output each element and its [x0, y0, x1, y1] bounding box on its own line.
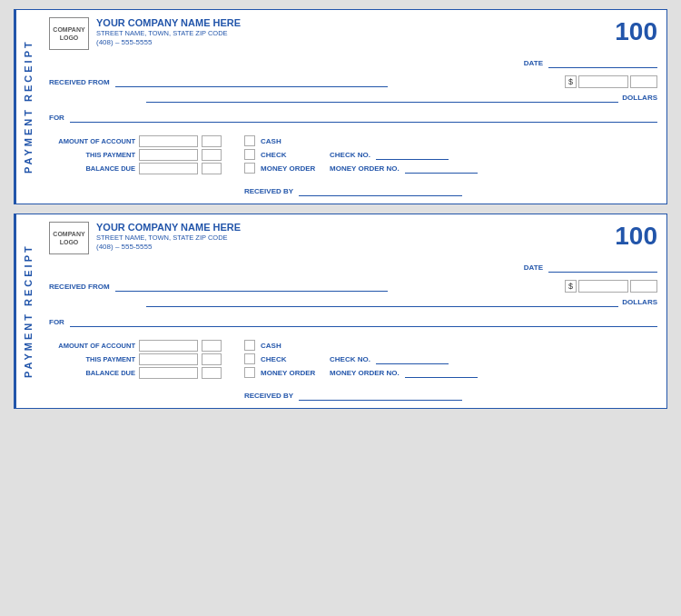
- receipt-content-2: COMPANY LOGO YOUR COMPANY NAME HERE STRE…: [40, 214, 666, 408]
- for-row-1: FOR: [49, 112, 657, 123]
- for-label-1: FOR: [49, 114, 64, 122]
- header-row-1: COMPANY LOGO YOUR COMPANY NAME HERE STRE…: [49, 17, 657, 50]
- dollar-sign-1: $: [565, 75, 577, 88]
- check-no-field-1[interactable]: [376, 149, 449, 160]
- money-order-label-1: MONEY ORDER: [261, 164, 324, 173]
- check-checkbox-2[interactable]: [244, 353, 255, 364]
- amount-of-account-field-1[interactable]: [139, 135, 198, 147]
- date-field-2[interactable]: [548, 262, 657, 273]
- money-order-row-1: MONEY ORDER MONEY ORDER NO.: [244, 163, 478, 174]
- received-from-label-2: RECEIVED FROM: [49, 283, 110, 291]
- balance-due-field-2[interactable]: [139, 367, 198, 379]
- receipt-number-2: 100: [615, 222, 657, 251]
- money-order-no-field-1[interactable]: [405, 163, 478, 174]
- receipt-2: PAYMENT RECEIPT COMPANY LOGO YOUR COMPAN…: [14, 214, 667, 409]
- balance-due-label-1: BALANCE DUE: [49, 164, 135, 173]
- cash-checkbox-2[interactable]: [244, 340, 255, 351]
- side-label-2: PAYMENT RECEIPT: [15, 214, 40, 408]
- company-logo-2: COMPANY LOGO: [49, 222, 89, 254]
- header-row-2: COMPANY LOGO YOUR COMPANY NAME HERE STRE…: [49, 222, 657, 254]
- cash-row-1: CASH: [244, 135, 478, 146]
- received-by-field-1[interactable]: [299, 185, 462, 196]
- dollars-underline-2[interactable]: [146, 296, 618, 307]
- dollar-block-2: $: [565, 280, 657, 293]
- balance-due-field-1[interactable]: [139, 163, 198, 174]
- company-info-2: YOUR COMPANY NAME HERE STREET NAME, TOWN…: [96, 222, 241, 251]
- date-row-1: DATE: [49, 57, 657, 68]
- this-payment-row-1: THIS PAYMENT: [49, 149, 222, 161]
- amount-of-account-sm-1[interactable]: [202, 135, 222, 147]
- date-label-1: DATE: [524, 59, 543, 67]
- for-label-2: FOR: [49, 318, 64, 326]
- received-from-label-1: RECEIVED FROM: [49, 78, 110, 86]
- company-logo-1: COMPANY LOGO: [49, 17, 89, 50]
- received-by-label-1: RECEIVED BY: [244, 187, 293, 195]
- check-label-1: CHECK: [261, 151, 324, 159]
- dollars-row-1: DOLLARS: [49, 92, 657, 103]
- receipt-number-1: 100: [615, 17, 657, 46]
- amount-box-2[interactable]: [578, 280, 628, 293]
- received-from-field-2[interactable]: [115, 281, 388, 292]
- dollars-label-1: DOLLARS: [622, 94, 657, 102]
- date-field-1[interactable]: [548, 57, 657, 68]
- received-by-row-1: RECEIVED BY: [49, 185, 657, 196]
- check-checkbox-1[interactable]: [244, 149, 255, 160]
- amount-box2-1[interactable]: [630, 75, 657, 88]
- money-order-label-2: MONEY ORDER: [261, 369, 324, 377]
- cash-label-1: CASH: [261, 137, 324, 145]
- this-payment-field-2[interactable]: [139, 353, 198, 365]
- balance-due-sm-2[interactable]: [202, 367, 222, 379]
- company-phone-1: (408) – 555-5555: [96, 38, 241, 46]
- amount-box-1[interactable]: [578, 75, 628, 88]
- this-payment-label-2: THIS PAYMENT: [49, 355, 135, 363]
- bottom-section-2: AMOUNT OF ACCOUNT THIS PAYMENT BALANCE D…: [49, 340, 657, 379]
- money-order-checkbox-1[interactable]: [244, 163, 255, 174]
- money-order-no-label-1: MONEY ORDER NO.: [330, 164, 400, 173]
- company-name-1: YOUR COMPANY NAME HERE: [96, 17, 241, 28]
- this-payment-sm-1[interactable]: [202, 149, 222, 161]
- company-address-2: STREET NAME, TOWN, STATE ZIP CODE: [96, 233, 241, 242]
- this-payment-sm-2[interactable]: [202, 353, 222, 365]
- amount-of-account-label-1: AMOUNT OF ACCOUNT: [49, 137, 135, 145]
- this-payment-row-2: THIS PAYMENT: [49, 353, 222, 365]
- money-order-checkbox-2[interactable]: [244, 367, 255, 378]
- for-row-2: FOR: [49, 316, 657, 327]
- left-table-2: AMOUNT OF ACCOUNT THIS PAYMENT BALANCE D…: [49, 340, 222, 379]
- money-order-row-2: MONEY ORDER MONEY ORDER NO.: [244, 367, 478, 378]
- date-row-2: DATE: [49, 262, 657, 273]
- for-field-2[interactable]: [70, 316, 657, 327]
- company-name-2: YOUR COMPANY NAME HERE: [96, 222, 241, 233]
- dollars-row-2: DOLLARS: [49, 296, 657, 307]
- check-row-2: CHECK CHECK NO.: [244, 353, 478, 364]
- received-from-field-1[interactable]: [115, 76, 388, 87]
- amount-of-account-field-2[interactable]: [139, 340, 198, 352]
- for-field-1[interactable]: [70, 112, 657, 123]
- side-label-1: PAYMENT RECEIPT: [15, 10, 40, 204]
- dollars-underline-1[interactable]: [146, 92, 618, 103]
- amount-of-account-sm-2[interactable]: [202, 340, 222, 352]
- payment-methods-2: CASH CHECK CHECK NO. MONEY ORDER MONEY O…: [244, 340, 478, 378]
- balance-due-sm-1[interactable]: [202, 163, 222, 174]
- check-no-label-1: CHECK NO.: [330, 151, 370, 159]
- this-payment-field-1[interactable]: [139, 149, 198, 161]
- payment-methods-1: CASH CHECK CHECK NO. MONEY ORDER MONEY O…: [244, 135, 478, 174]
- check-label-2: CHECK: [261, 355, 324, 363]
- dollar-block-1: $: [565, 75, 657, 88]
- amount-of-account-row-1: AMOUNT OF ACCOUNT: [49, 135, 222, 147]
- balance-due-row-2: BALANCE DUE: [49, 367, 222, 379]
- cash-row-2: CASH: [244, 340, 478, 351]
- company-block-1: COMPANY LOGO YOUR COMPANY NAME HERE STRE…: [49, 17, 241, 50]
- company-phone-2: (408) – 555-5555: [96, 243, 241, 251]
- company-address-1: STREET NAME, TOWN, STATE ZIP CODE: [96, 29, 241, 37]
- amount-of-account-label-2: AMOUNT OF ACCOUNT: [49, 342, 135, 350]
- balance-due-row-1: BALANCE DUE: [49, 163, 222, 174]
- amount-box2-2[interactable]: [630, 280, 657, 293]
- balance-due-label-2: BALANCE DUE: [49, 369, 135, 377]
- received-from-row-2: RECEIVED FROM $: [49, 280, 657, 293]
- check-no-field-2[interactable]: [376, 353, 449, 364]
- received-by-field-2[interactable]: [299, 390, 462, 401]
- receipt-content-1: COMPANY LOGO YOUR COMPANY NAME HERE STRE…: [40, 10, 666, 204]
- money-order-no-field-2[interactable]: [405, 367, 478, 378]
- cash-checkbox-1[interactable]: [244, 135, 255, 146]
- this-payment-label-1: THIS PAYMENT: [49, 151, 135, 159]
